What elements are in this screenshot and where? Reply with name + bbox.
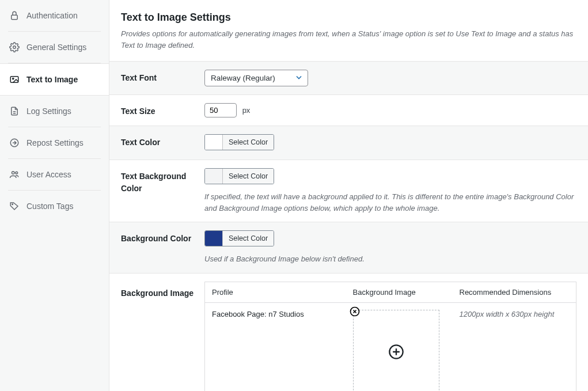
svg-point-1 [13,46,16,49]
cell-profile: Facebook Page: n7 Studios [205,302,346,391]
svg-point-7 [12,204,13,205]
text-font-select[interactable]: Raleway (Regular) [204,70,308,86]
page-header: Text to Image Settings Provides options … [109,0,588,62]
main-content: Text to Image Settings Provides options … [109,0,588,391]
sidebar-item-user-access[interactable]: User Access [8,159,101,191]
sidebar-item-label: Repost Settings [26,138,84,147]
select-color-label: Select Color [222,169,274,184]
sidebar-item-log[interactable]: Log Settings [8,96,101,127]
text-color-picker[interactable]: Select Color [204,134,274,150]
sidebar-item-label: Text to Image [26,75,78,84]
col-profile: Profile [205,282,346,302]
svg-rect-0 [12,15,18,20]
sidebar-item-label: General Settings [26,43,86,52]
text-bg-color-picker[interactable]: Select Color [204,168,274,184]
label-text-bg-color: Text Background Color [121,168,204,195]
sidebar-item-repost[interactable]: Repost Settings [8,127,101,159]
sidebar-item-label: User Access [26,170,71,179]
table-row: Facebook Page: n7 Studios [205,302,576,391]
upload-image-box[interactable] [353,310,439,392]
col-image: Background Image [346,282,453,302]
bg-color-help: Used if a Background Image below isn't d… [204,253,576,265]
row-text-font: Text Font Raleway (Regular) [109,62,588,95]
select-color-label: Select Color [222,231,274,246]
row-text-size: Text Size px [109,95,588,126]
color-swatch [205,135,222,150]
plus-icon [388,344,404,362]
text-size-unit: px [242,106,251,115]
tag-icon [9,201,20,211]
refresh-icon [9,138,20,148]
document-icon [9,106,20,116]
row-text-bg-color: Text Background Color Select Color If sp… [109,160,588,222]
text-bg-color-help: If specified, the text will have a backg… [204,191,576,214]
color-swatch [205,169,222,184]
row-text-color: Text Color Select Color [109,126,588,160]
image-icon [9,74,20,85]
page-description: Provides options for automatically gener… [121,28,576,51]
bg-image-table: Profile Background Image Recommended Dim… [204,282,576,392]
label-bg-color: Background Color [121,230,204,245]
label-text-size: Text Size [121,103,204,117]
col-dimensions: Recommended Dimensions [453,282,576,302]
sidebar-item-text-to-image[interactable]: Text to Image [0,63,109,96]
settings-sidebar: Authentication General Settings Text to … [0,0,109,391]
row-bg-color: Background Color Select Color Used if a … [109,222,588,274]
remove-image-button[interactable] [349,306,361,317]
sidebar-item-custom-tags[interactable]: Custom Tags [8,191,101,222]
color-swatch [205,231,222,246]
page-title: Text to Image Settings [121,12,576,24]
sidebar-item-label: Authentication [26,11,78,20]
label-bg-image: Background Image [121,282,204,299]
label-text-font: Text Font [121,70,204,84]
sidebar-item-general[interactable]: General Settings [8,32,101,63]
gear-icon [9,42,20,52]
svg-point-3 [13,78,14,79]
svg-point-5 [12,172,15,174]
sidebar-item-label: Log Settings [26,107,71,116]
select-color-label: Select Color [222,135,274,150]
cell-dimensions: 1200px width x 630px height [453,302,576,391]
text-size-input[interactable] [204,103,237,117]
users-icon [9,169,20,180]
label-text-color: Text Color [121,134,204,149]
sidebar-item-label: Custom Tags [26,202,73,211]
svg-point-6 [16,172,18,174]
bg-color-picker[interactable]: Select Color [204,230,274,246]
row-bg-image: Background Image Profile Background Imag… [109,274,588,392]
lock-icon [9,10,20,21]
sidebar-item-authentication[interactable]: Authentication [8,0,101,32]
